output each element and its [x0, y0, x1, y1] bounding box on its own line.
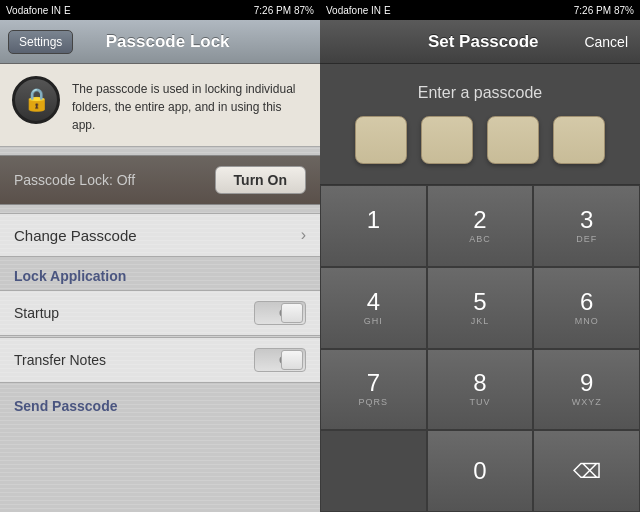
turn-on-button[interactable]: Turn On: [215, 166, 306, 194]
lock-icon: 🔒: [12, 76, 60, 124]
transfer-notes-toggle[interactable]: OFF: [254, 348, 306, 372]
left-time: 7:26 PM: [254, 5, 291, 16]
left-content: 🔒 The passcode is used in locking indivi…: [0, 64, 320, 512]
transfer-notes-label: Transfer Notes: [14, 352, 106, 368]
left-battery: 87%: [294, 5, 314, 16]
right-time: 7:26 PM: [574, 5, 611, 16]
passcode-squares: [320, 116, 640, 184]
passcode-square-3: [487, 116, 539, 164]
passcode-lock-status: Passcode Lock: Off: [14, 172, 135, 188]
left-status-left: Vodafone IN E: [6, 5, 71, 16]
startup-label: Startup: [14, 305, 59, 321]
left-status-right: 7:26 PM 87%: [254, 5, 314, 16]
left-nav-title: Passcode Lock: [23, 32, 312, 52]
right-status-right: 7:26 PM 87%: [574, 5, 634, 16]
passcode-lock-row: Passcode Lock: Off Turn On: [0, 155, 320, 205]
key-1[interactable]: 1: [320, 185, 427, 267]
right-status-left: Vodafone IN E: [326, 5, 391, 16]
startup-row: Startup OFF: [0, 290, 320, 336]
startup-toggle-thumb: [281, 303, 303, 323]
passcode-square-1: [355, 116, 407, 164]
key-8[interactable]: 8 TUV: [427, 349, 534, 431]
left-nav-bar: Settings Passcode Lock: [0, 20, 320, 64]
passcode-square-4: [553, 116, 605, 164]
numpad: 1 2 ABC 3 DEF 4 GHI 5 JKL 6 MNO 7 PQRS: [320, 184, 640, 512]
left-network: E: [64, 5, 71, 16]
key-0[interactable]: 0: [427, 430, 534, 512]
change-passcode-row[interactable]: Change Passcode ›: [0, 213, 320, 257]
key-4[interactable]: 4 GHI: [320, 267, 427, 349]
startup-toggle[interactable]: OFF: [254, 301, 306, 325]
left-status-bar: Vodafone IN E 7:26 PM 87%: [0, 0, 320, 20]
right-network: E: [384, 5, 391, 16]
backspace-button[interactable]: ⌫: [533, 430, 640, 512]
left-panel: Vodafone IN E 7:26 PM 87% Settings Passc…: [0, 0, 320, 512]
chevron-right-icon: ›: [301, 226, 306, 244]
key-5[interactable]: 5 JKL: [427, 267, 534, 349]
transfer-notes-row: Transfer Notes OFF: [0, 337, 320, 383]
key-2[interactable]: 2 ABC: [427, 185, 534, 267]
key-9[interactable]: 9 WXYZ: [533, 349, 640, 431]
key-empty: [320, 430, 427, 512]
passcode-prompt: Enter a passcode: [320, 64, 640, 116]
key-7[interactable]: 7 PQRS: [320, 349, 427, 431]
left-carrier: Vodafone IN: [6, 5, 61, 16]
right-status-bar: Vodafone IN E 7:26 PM 87%: [320, 0, 640, 20]
transfer-notes-toggle-thumb: [281, 350, 303, 370]
cancel-button[interactable]: Cancel: [584, 34, 628, 50]
info-section: 🔒 The passcode is used in locking indivi…: [0, 64, 320, 147]
right-carrier: Vodafone IN: [326, 5, 381, 16]
lock-application-header: Lock Application: [0, 258, 320, 290]
info-text: The passcode is used in locking individu…: [72, 76, 308, 134]
right-nav-title: Set Passcode: [428, 32, 539, 52]
right-nav-bar: Set Passcode Cancel: [320, 20, 640, 64]
change-passcode-label: Change Passcode: [14, 227, 137, 244]
key-6[interactable]: 6 MNO: [533, 267, 640, 349]
passcode-square-2: [421, 116, 473, 164]
backspace-icon: ⌫: [573, 461, 601, 481]
send-passcode-header: Send Passcode: [0, 388, 320, 420]
right-panel: Vodafone IN E 7:26 PM 87% Set Passcode C…: [320, 0, 640, 512]
key-3[interactable]: 3 DEF: [533, 185, 640, 267]
right-battery: 87%: [614, 5, 634, 16]
